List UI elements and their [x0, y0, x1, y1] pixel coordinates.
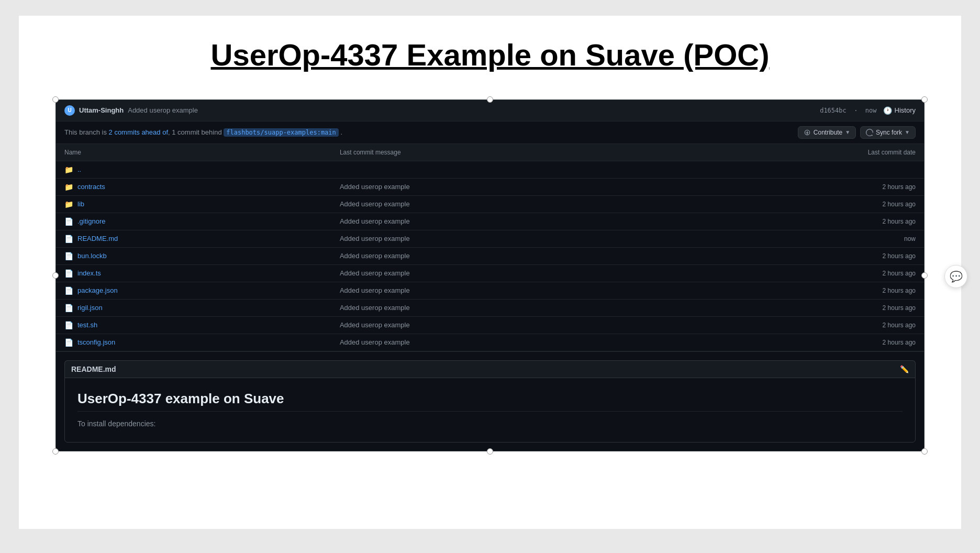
file-icon: 📄	[64, 217, 73, 226]
table-row: 📁 lib Added userop example 2 hours ago	[56, 195, 924, 213]
readme-section: README.md ✏️ UserOp-4337 example on Suav…	[56, 351, 924, 451]
commit-msg-cell: Added userop example	[331, 264, 671, 282]
commit-msg-cell: Added userop example	[331, 213, 671, 230]
col-commit-message: Last commit message	[331, 144, 671, 161]
readme-content: UserOp-4337 example on Suave To install …	[64, 378, 916, 443]
file-link[interactable]: tsconfig.json	[77, 338, 115, 346]
handle-bl[interactable]	[52, 448, 59, 455]
sync-caret: ▼	[905, 129, 910, 135]
commit-msg-cell: Added userop example	[331, 334, 671, 351]
commit-author[interactable]: Uttam-Singhh	[79, 106, 124, 114]
branch-bar: This branch is 2 commits ahead of, 1 com…	[56, 121, 924, 144]
file-icon: 📄	[64, 321, 73, 329]
handle-tl[interactable]	[52, 96, 59, 103]
table-row: 📄 test.sh Added userop example 2 hours a…	[56, 316, 924, 334]
sync-fork-button[interactable]: Sync fork ▼	[860, 126, 916, 139]
handle-tr[interactable]	[921, 96, 928, 103]
file-link[interactable]: test.sh	[77, 321, 97, 329]
page-wrapper: UserOp-4337 Example on Suave (POC) U Utt…	[19, 16, 961, 529]
file-link[interactable]: .gitignore	[77, 217, 105, 225]
commit-msg-cell: Added userop example	[331, 316, 671, 334]
file-name-cell: 📄 bun.lockb	[56, 247, 331, 264]
file-table-body: 📁 .. 📁 contracts Added userop example 2 …	[56, 161, 924, 351]
sync-icon	[866, 129, 873, 136]
chat-float-button[interactable]: 💬	[944, 265, 967, 288]
commit-msg-cell: Added userop example	[331, 178, 671, 195]
file-name-cell: 📄 README.md	[56, 230, 331, 247]
file-table: Name Last commit message Last commit dat…	[56, 144, 924, 351]
page-title: UserOp-4337 Example on Suave (POC)	[50, 37, 930, 73]
file-name-cell: 📄 index.ts	[56, 264, 331, 282]
commit-date-cell: 2 hours ago	[671, 282, 924, 299]
commit-message: Added userop example	[128, 106, 198, 114]
file-icon: 📄	[64, 304, 73, 312]
col-commit-date: Last commit date	[671, 144, 924, 161]
commit-date-cell: 2 hours ago	[671, 334, 924, 351]
file-name-cell: 📄 package.json	[56, 282, 331, 299]
table-row: 📄 tsconfig.json Added userop example 2 h…	[56, 334, 924, 351]
folder-icon: 📁	[64, 200, 73, 208]
file-icon: 📄	[64, 252, 73, 260]
history-button[interactable]: 🕐 History	[883, 106, 916, 115]
commit-bar-left: U Uttam-Singhh Added userop example	[64, 105, 198, 116]
file-link[interactable]: contracts	[77, 183, 105, 191]
commit-hash: d1654bc · now	[820, 107, 876, 114]
folder-icon: 📁	[64, 183, 73, 191]
table-row: 📄 index.ts Added userop example 2 hours …	[56, 264, 924, 282]
file-name-cell: 📁 ..	[56, 161, 331, 178]
file-table-head: Name Last commit message Last commit dat…	[56, 144, 924, 161]
file-icon: 📄	[64, 286, 73, 295]
readme-header: README.md ✏️	[64, 360, 916, 378]
commit-msg-cell	[331, 161, 671, 178]
commit-msg-cell: Added userop example	[331, 195, 671, 213]
commit-date-cell: now	[671, 230, 924, 247]
readme-filename: README.md	[71, 365, 116, 373]
commit-date-cell: 2 hours ago	[671, 316, 924, 334]
file-link[interactable]: bun.lockb	[77, 252, 107, 260]
commit-bar: U Uttam-Singhh Added userop example d165…	[56, 100, 924, 121]
file-link[interactable]: README.md	[77, 235, 118, 242]
branch-text: This branch is 2 commits ahead of, 1 com…	[64, 128, 342, 136]
handle-bc[interactable]	[487, 448, 493, 455]
commit-date-cell: 2 hours ago	[671, 178, 924, 195]
file-link[interactable]: lib	[77, 200, 84, 208]
file-link[interactable]: ..	[77, 165, 81, 173]
contribute-icon	[804, 129, 811, 136]
contribute-caret: ▼	[845, 129, 850, 135]
commit-date-cell: 2 hours ago	[671, 213, 924, 230]
table-row: 📁 contracts Added userop example 2 hours…	[56, 178, 924, 195]
repo-container-wrapper: U Uttam-Singhh Added userop example d165…	[55, 99, 925, 451]
file-link[interactable]: index.ts	[77, 269, 101, 277]
commit-bar-right: d1654bc · now 🕐 History	[820, 106, 916, 115]
commit-msg-cell: Added userop example	[331, 299, 671, 316]
avatar: U	[64, 105, 75, 116]
edit-icon[interactable]: ✏️	[900, 365, 909, 373]
file-name-cell: 📄 .gitignore	[56, 213, 331, 230]
file-name-cell: 📄 tsconfig.json	[56, 334, 331, 351]
handle-tc[interactable]	[487, 96, 493, 103]
file-name-cell: 📁 contracts	[56, 178, 331, 195]
readme-body: To install dependencies:	[77, 418, 903, 429]
file-icon: 📄	[64, 338, 73, 347]
file-link[interactable]: rigil.json	[77, 304, 103, 312]
readme-heading: UserOp-4337 example on Suave	[77, 391, 903, 412]
handle-ml[interactable]	[52, 272, 59, 279]
table-row: 📄 .gitignore Added userop example 2 hour…	[56, 213, 924, 230]
file-name-cell: 📄 rigil.json	[56, 299, 331, 316]
ahead-link[interactable]: 2 commits ahead of	[109, 128, 168, 136]
table-row: 📄 rigil.json Added userop example 2 hour…	[56, 299, 924, 316]
contribute-button[interactable]: Contribute ▼	[798, 126, 856, 139]
commit-msg-cell: Added userop example	[331, 282, 671, 299]
file-name-cell: 📁 lib	[56, 195, 331, 213]
repo-container: U Uttam-Singhh Added userop example d165…	[55, 99, 925, 451]
file-link[interactable]: package.json	[77, 286, 118, 294]
file-name-cell: 📄 test.sh	[56, 316, 331, 334]
handle-br[interactable]	[921, 448, 928, 455]
branch-actions: Contribute ▼ Sync fork ▼	[798, 126, 916, 139]
file-icon: 📄	[64, 269, 73, 278]
branch-ref[interactable]: flashbots/suapp-examples:main	[224, 128, 339, 137]
file-icon: 📄	[64, 235, 73, 243]
commit-msg-cell: Added userop example	[331, 247, 671, 264]
handle-mr[interactable]	[921, 272, 928, 279]
col-name: Name	[56, 144, 331, 161]
